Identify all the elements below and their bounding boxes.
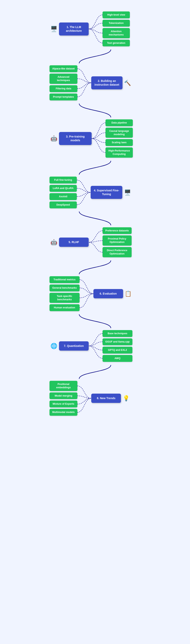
leaf-node: Traditional metrics	[49, 276, 79, 283]
section-icon: 🔨	[123, 80, 132, 86]
connector-area	[79, 276, 93, 311]
leaf-node: Advanced techniques	[49, 74, 77, 84]
connector-area	[77, 65, 91, 100]
leaf-node: High-Performance Computing	[106, 148, 133, 158]
section-section7: 🌐7. QuantizationBase techniquesGGUF and …	[49, 328, 141, 364]
section-section2: Alpaca-like datasetAdvanced techniquesFi…	[49, 64, 141, 102]
leaf-node: Scaling laws	[106, 139, 133, 146]
wave-connector-0	[49, 50, 141, 63]
leaf-node: Axolotl	[49, 193, 77, 200]
wave-connector-5	[49, 314, 141, 328]
leaf-node: Direct Preference Optimization	[103, 247, 132, 257]
leaves-column: Data pipelineCausal language modelingSca…	[106, 119, 133, 158]
main-node[interactable]: 6. Evaluation	[93, 289, 123, 298]
wave-connector-3	[49, 212, 141, 225]
leaf-node: Positional embeddings	[49, 381, 77, 391]
section-icon: 🌐	[49, 343, 58, 349]
main-node[interactable]: 4. Supervised Fine- Tuning	[91, 186, 122, 199]
leaf-node: Causal language modeling	[106, 128, 133, 138]
leaf-node: Model merging	[49, 392, 77, 399]
roadmap-sections: 🖥️1. The LLM architectureHigh-level view…	[49, 10, 141, 417]
section-section3: 🤖3. Pre-training modelsData pipelineCaus…	[49, 118, 141, 159]
leaf-node: Task-specific benchmarks	[49, 293, 79, 303]
section-icon: 💡	[122, 395, 130, 402]
leaves-column: Full fine-tuningLoRA and QLoRAAxolotlDee…	[49, 176, 77, 208]
leaf-node: Full fine-tuning	[49, 176, 77, 184]
leaf-node: GPTQ and EXL2	[103, 347, 132, 354]
connector-svg	[89, 227, 103, 257]
leaf-node: DeepSpeed	[49, 202, 77, 208]
leaf-node: Human evaluation	[49, 304, 79, 311]
section-icon: 🖥️	[49, 26, 58, 32]
leaf-node: Prompt templates	[49, 94, 77, 100]
connector-svg	[77, 65, 91, 100]
wave-connector-2	[49, 161, 141, 174]
roadmap-container: 🖥️1. The LLM architectureHigh-level view…	[49, 10, 141, 417]
section-section8: Positional embeddingsModel mergingMixtur…	[49, 379, 141, 417]
main-node[interactable]: 3. Pre-training models	[59, 132, 92, 145]
leaf-node: Attention mechanisms	[103, 28, 130, 38]
leaves-column: Alpaca-like datasetAdvanced techniquesFi…	[49, 65, 77, 100]
main-node[interactable]: 7. Quantization	[59, 341, 89, 350]
connector-svg	[92, 119, 106, 158]
section-section4: Full fine-tuningLoRA and QLoRAAxolotlDee…	[49, 175, 141, 210]
leaf-node: Tokenization	[103, 20, 130, 27]
main-node[interactable]: 2. Building an instruction dataset	[91, 76, 122, 90]
leaf-node: Data pipeline	[106, 119, 133, 126]
wave-connector-1	[49, 104, 141, 118]
connector-svg	[77, 381, 91, 416]
leaf-node: Mixture of Experts	[49, 400, 77, 408]
leaf-node: Filtering data	[49, 85, 77, 92]
connector-area	[89, 330, 103, 362]
leaves-column: Preference datasetsProximal Policy Optim…	[103, 227, 132, 257]
leaf-node: Multimodal models	[49, 409, 77, 416]
connector-area	[77, 381, 91, 416]
connector-area	[77, 176, 91, 208]
connector-svg	[89, 12, 103, 46]
connector-svg	[79, 276, 93, 311]
main-node[interactable]: 5. RLHF	[59, 238, 89, 247]
leaves-column: Positional embeddingsModel mergingMixtur…	[49, 381, 77, 416]
section-icon: 🖥️	[123, 189, 132, 196]
connector-svg	[77, 176, 91, 208]
main-node[interactable]: 1. The LLM architecture	[59, 22, 89, 36]
wave-connector-4	[49, 260, 141, 274]
leaf-node: High-level view	[103, 12, 130, 18]
leaf-node: LoRA and QLoRA	[49, 185, 77, 192]
leaves-column: High-level viewTokenizationAttention mec…	[103, 12, 130, 46]
section-icon: 🤖	[49, 135, 58, 142]
leaf-node: Text generation	[103, 40, 130, 46]
section-section6: Traditional metricsGeneral benchmarksTas…	[49, 275, 141, 313]
section-section1: 🖥️1. The LLM architectureHigh-level view…	[49, 10, 141, 48]
leaf-node: Preference datasets	[103, 227, 132, 234]
connector-area	[89, 12, 103, 46]
section-section5: 🤖5. RLHFPreference datasetsProximal Poli…	[49, 226, 141, 259]
section-icon: 🤖	[49, 239, 58, 246]
connector-area	[92, 119, 106, 158]
leaf-node: Base techniques	[103, 330, 132, 337]
connector-area	[89, 227, 103, 257]
leaf-node: Alpaca-like dataset	[49, 65, 77, 72]
leaves-column: Traditional metricsGeneral benchmarksTas…	[49, 276, 79, 311]
section-icon: 📋	[124, 290, 133, 297]
main-node[interactable]: 8. New Trends	[91, 394, 121, 403]
leaf-node: Proximal Policy Optimization	[103, 236, 132, 246]
leaf-node: AWQ	[103, 355, 132, 362]
connector-svg	[89, 330, 103, 362]
leaf-node: General benchmarks	[49, 284, 79, 292]
leaf-node: GGUF and llama.cpp	[103, 338, 132, 345]
wave-connector-6	[49, 365, 141, 379]
leaves-column: Base techniquesGGUF and llama.cppGPTQ an…	[103, 330, 132, 362]
